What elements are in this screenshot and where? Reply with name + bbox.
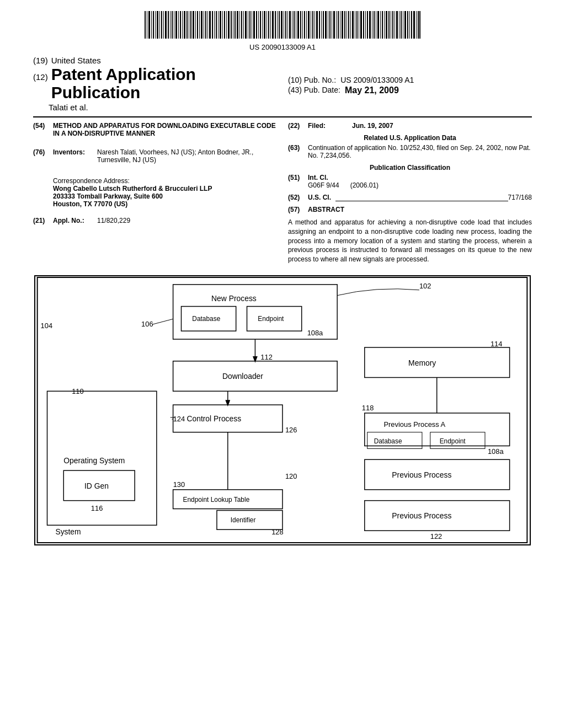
pub-date-value: May 21, 2009: [345, 85, 399, 95]
svg-rect-66: [284, 11, 284, 39]
svg-rect-129: [416, 11, 417, 39]
svg-rect-21: [189, 11, 189, 39]
svg-rect-127: [411, 11, 412, 39]
id-gen-label: ID Gen: [84, 481, 109, 490]
pub-num-value: US 2009/0133009 A1: [340, 76, 414, 84]
correspondence-city: Houston, TX 77070 (US): [53, 200, 127, 208]
us-cl-value: 717/168: [508, 194, 532, 201]
appl-field: (21) Appl. No.: 11/820,229: [33, 217, 277, 224]
svg-rect-113: [382, 11, 383, 39]
downloader-label: Downloader: [222, 372, 263, 381]
svg-rect-38: [224, 11, 225, 39]
int-cl-year: (2006.01): [350, 181, 379, 189]
svg-rect-9: [163, 11, 164, 39]
svg-rect-121: [399, 11, 399, 39]
correspondence-label: Correspondence Address:: [53, 177, 277, 185]
left-column: (54) METHOD AND APPARATUS FOR DOWNLOADIN…: [33, 122, 277, 264]
svg-rect-69: [289, 11, 291, 39]
new-process-label: New Process: [211, 294, 257, 303]
svg-rect-98: [350, 11, 351, 39]
svg-rect-11: [168, 11, 169, 39]
svg-rect-75: [302, 11, 303, 39]
patent-type: Patent Application Publication: [51, 65, 277, 101]
country-name: United States: [51, 56, 101, 65]
svg-rect-86: [325, 11, 327, 39]
svg-rect-32: [212, 11, 213, 39]
svg-rect-114: [384, 11, 385, 39]
endpoint-bot-label: Endpoint: [440, 437, 466, 445]
svg-rect-52: [253, 11, 255, 39]
filed-field: (22) Filed: Jun. 19, 2007: [288, 122, 532, 130]
svg-rect-104: [363, 11, 364, 39]
int-cl-label: Int. Cl.: [308, 174, 328, 181]
svg-rect-43: [234, 11, 236, 39]
label-124: 124: [173, 415, 185, 423]
header-block: (19) United States (12) Patent Applicati…: [33, 56, 532, 112]
svg-rect-102: [359, 11, 359, 39]
svg-rect-92: [338, 11, 339, 39]
svg-rect-8: [161, 11, 162, 39]
svg-rect-64: [279, 11, 280, 39]
svg-rect-57: [264, 11, 265, 39]
header-left: (19) United States (12) Patent Applicati…: [33, 56, 277, 112]
svg-rect-37: [222, 11, 223, 39]
filed-label: Filed:: [308, 122, 352, 130]
us-cl-num: (52): [288, 194, 308, 201]
label-108a-bot: 108a: [488, 447, 504, 456]
svg-rect-41: [231, 11, 232, 39]
label-114: 114: [491, 340, 502, 348]
svg-rect-108: [372, 11, 372, 39]
label-130: 130: [173, 480, 185, 489]
svg-rect-117: [391, 11, 391, 39]
svg-rect-18: [182, 11, 183, 39]
svg-rect-35: [218, 11, 218, 39]
label-104: 104: [41, 322, 52, 330]
svg-rect-88: [329, 11, 331, 39]
svg-rect-33: [214, 11, 215, 39]
svg-rect-31: [209, 11, 211, 39]
svg-rect-54: [258, 11, 259, 39]
svg-rect-27: [201, 11, 202, 39]
label-128: 128: [271, 528, 283, 536]
svg-rect-95: [344, 11, 345, 39]
svg-rect-80: [312, 11, 313, 39]
svg-rect-128: [413, 11, 415, 39]
type-num: (12): [33, 72, 48, 82]
svg-rect-125: [407, 11, 408, 39]
svg-rect-45: [239, 11, 240, 39]
svg-rect-59: [268, 11, 269, 39]
inventors-label: Inventors:: [53, 148, 97, 164]
label-116: 116: [91, 504, 103, 512]
diagram-svg: 102 New Process Database Endpoint 106 10…: [34, 275, 531, 545]
svg-rect-0: [145, 11, 146, 39]
svg-rect-87: [328, 11, 328, 39]
svg-rect-44: [237, 11, 238, 39]
svg-rect-131: [419, 11, 420, 39]
svg-rect-2: [148, 11, 150, 39]
appl-label: Appl. No.:: [53, 217, 97, 224]
svg-rect-55: [260, 11, 261, 39]
svg-rect-83: [319, 11, 320, 39]
int-cl-code: G06F 9/44: [308, 181, 339, 189]
label-106: 106: [141, 320, 153, 328]
svg-rect-112: [380, 11, 381, 39]
svg-rect-19: [184, 11, 185, 39]
pub-class-label: Publication Classification: [288, 164, 532, 172]
title-field: (54) METHOD AND APPARATUS FOR DOWNLOADIN…: [33, 122, 277, 137]
svg-rect-10: [165, 11, 167, 39]
svg-rect-93: [340, 11, 340, 39]
svg-rect-107: [369, 11, 371, 39]
svg-rect-25: [197, 11, 198, 39]
svg-rect-53: [256, 11, 257, 39]
svg-rect-123: [403, 11, 403, 39]
svg-rect-4: [153, 11, 154, 39]
right-column: (22) Filed: Jun. 19, 2007 Related U.S. A…: [288, 122, 532, 264]
svg-rect-100: [355, 11, 355, 39]
svg-rect-115: [386, 11, 387, 39]
continuation-num: (63): [288, 144, 308, 159]
svg-rect-39: [226, 11, 227, 39]
main-content: (54) METHOD AND APPARATUS FOR DOWNLOADIN…: [33, 122, 532, 264]
svg-rect-70: [292, 11, 292, 39]
correspondence-address: 203333 Tomball Parkway, Suite 600: [53, 192, 163, 200]
pub-date-label: (43) Pub. Date:: [288, 85, 340, 95]
